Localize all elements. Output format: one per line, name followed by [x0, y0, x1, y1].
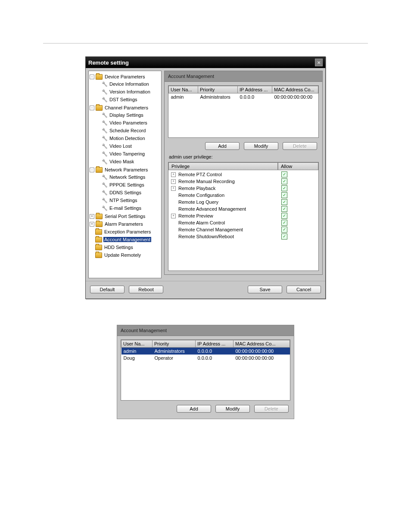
tree-node-folder[interactable]: -Network Parameters [89, 166, 161, 173]
add-button[interactable]: Add [177, 405, 211, 413]
privilege-row[interactable]: +Remote Alarm Control✓ [168, 219, 318, 226]
col-allow[interactable]: Allow [278, 162, 318, 170]
col-mac[interactable]: MAC Address Co... [234, 340, 290, 348]
tree-node-label: Version Information [109, 89, 151, 94]
expand-icon[interactable]: + [90, 222, 94, 227]
tree-node-label: Display Settings [109, 112, 144, 118]
privilege-row[interactable]: +Remote Shutdown/Reboot✓ [168, 233, 318, 240]
col-username[interactable]: User Na... [121, 340, 153, 348]
wrench-icon: 🔧 [102, 81, 107, 87]
table-row[interactable]: DougOperator0.0.0.000:00:00:00:00:00 [121, 355, 290, 361]
tree-node-leaf[interactable]: 🔧Motion Detection [89, 135, 161, 142]
allow-checkbox[interactable]: ✓ [281, 185, 287, 191]
allow-checkbox[interactable]: ✓ [281, 227, 287, 233]
user-table-2[interactable]: User Na... Priority IP Address ... MAC A… [121, 339, 290, 401]
tree-node-folder[interactable]: +Serial Port Settings [89, 213, 161, 220]
expand-icon[interactable]: + [90, 214, 94, 219]
tree-node-leaf[interactable]: 🔧Version Information [89, 88, 161, 95]
collapse-icon[interactable]: - [90, 168, 94, 172]
privilege-row[interactable]: +Remote Advanced Management✓ [168, 205, 318, 212]
expand-icon[interactable]: + [171, 186, 176, 191]
tree-node-leaf[interactable]: 🔧Video Parameters [89, 119, 161, 126]
col-username[interactable]: User Na... [169, 86, 198, 93]
privilege-label: Remote PTZ Control [177, 172, 280, 177]
nav-tree[interactable]: -Device Parameters🔧Device Information🔧Ve… [89, 73, 161, 259]
tree-node-label: Account Management [103, 237, 151, 242]
expand-icon[interactable]: + [171, 172, 176, 177]
tree-node-leaf[interactable]: 🔧Video Mask [89, 158, 161, 165]
allow-checkbox[interactable]: ✓ [281, 213, 287, 219]
tree-node-folder[interactable]: HDD Settings [89, 244, 161, 251]
tree-node-leaf[interactable]: 🔧Display Settings [89, 112, 161, 118]
allow-checkbox[interactable]: ✓ [281, 199, 287, 205]
allow-checkbox[interactable]: ✓ [281, 233, 287, 240]
content-panel: Account Management User Na... Priority I… [164, 71, 323, 275]
delete-button[interactable]: Delete [283, 142, 317, 150]
tree-node-folder[interactable]: -Device Parameters [89, 73, 161, 80]
tree-node-leaf[interactable]: 🔧PPPOE Settings [89, 181, 161, 188]
privilege-row[interactable]: +Remote Channel Management✓ [168, 226, 318, 233]
modify-button[interactable]: Modify [215, 405, 250, 413]
privilege-row[interactable]: +Remote Manual Recording✓ [168, 178, 318, 185]
col-ip[interactable]: IP Address ... [196, 340, 234, 348]
allow-checkbox[interactable]: ✓ [281, 171, 287, 177]
table-row[interactable]: adminAdministrators0.0.0.000:00:00:00:00… [121, 348, 290, 355]
collapse-icon[interactable]: - [90, 106, 94, 110]
save-button[interactable]: Save [248, 286, 282, 293]
col-priority[interactable]: Priority [198, 86, 238, 93]
privilege-row[interactable]: +Remote Configuration✓ [168, 192, 318, 199]
allow-checkbox[interactable]: ✓ [281, 206, 287, 212]
tree-node-folder[interactable]: +Alarm Parameters [89, 221, 161, 227]
reboot-button[interactable]: Reboot [129, 286, 163, 293]
privilege-label: Remote Playback [177, 186, 280, 191]
col-ip[interactable]: IP Address ... [238, 86, 272, 93]
col-mac[interactable]: MAC Address Co... [272, 86, 318, 93]
default-button[interactable]: Default [90, 286, 125, 293]
privilege-row[interactable]: +Remote Log Query✓ [168, 199, 318, 205]
close-button[interactable]: ✕ [315, 59, 323, 66]
tree-node-label: Video Tampering [109, 151, 146, 156]
tree-node-label: PPPOE Settings [109, 182, 145, 187]
allow-checkbox[interactable]: ✓ [281, 192, 287, 198]
tree-node-leaf[interactable]: 🔧E-mail Settings [89, 205, 161, 212]
table-row[interactable]: adminAdministrators0.0.0.000:00:00:00:00… [169, 93, 318, 101]
cancel-button[interactable]: Cancel [286, 286, 321, 293]
allow-checkbox[interactable]: ✓ [281, 220, 287, 226]
wrench-icon: 🔧 [102, 151, 107, 156]
col-privilege[interactable]: Privilege [168, 162, 278, 170]
tree-node-leaf[interactable]: 🔧Video Lost [89, 143, 161, 149]
folder-icon [95, 245, 102, 250]
tree-node-label: HDD Settings [103, 245, 134, 250]
folder-icon [96, 74, 103, 80]
tree-node-folder[interactable]: Exception Parameters [89, 228, 161, 235]
tree-node-leaf[interactable]: 🔧DDNS Settings [89, 189, 161, 196]
wrench-icon: 🔧 [102, 89, 107, 94]
user-table[interactable]: User Na... Priority IP Address ... MAC A… [168, 85, 319, 138]
folder-icon [95, 237, 102, 243]
wrench-icon: 🔧 [102, 128, 107, 133]
collapse-icon[interactable]: - [90, 75, 94, 79]
tree-node-leaf[interactable]: 🔧Schedule Record [89, 127, 161, 134]
expand-icon[interactable]: + [171, 214, 176, 218]
tree-node-leaf[interactable]: 🔧Device Information [89, 81, 161, 87]
tree-node-folder[interactable]: Update Remotely [89, 252, 161, 258]
expand-icon[interactable]: + [171, 179, 176, 184]
privilege-label: Remote Channel Management [177, 227, 280, 232]
tree-node-label: E-mail Settings [109, 205, 142, 211]
privilege-row[interactable]: +Remote PTZ Control✓ [168, 171, 318, 178]
modify-button[interactable]: Modify [244, 142, 278, 150]
delete-button[interactable]: Delete [254, 405, 289, 413]
tree-node-leaf[interactable]: 🔧Network Settings [89, 174, 161, 180]
privilege-row[interactable]: +Remote Playback✓ [168, 185, 318, 192]
allow-checkbox[interactable]: ✓ [281, 178, 287, 184]
account-management-panel-2: Account Management User Na... Priority I… [117, 325, 294, 419]
tree-node-leaf[interactable]: 🔧NTP Settings [89, 197, 161, 204]
add-button[interactable]: Add [205, 142, 240, 150]
col-priority[interactable]: Priority [153, 340, 196, 348]
tree-node-folder[interactable]: Account Management [89, 236, 161, 243]
tree-node-label: Channel Parameters [104, 105, 149, 110]
tree-node-leaf[interactable]: 🔧Video Tampering [89, 150, 161, 157]
privilege-row[interactable]: +Remote Preview✓ [168, 212, 318, 219]
tree-node-folder[interactable]: -Channel Parameters [89, 104, 161, 111]
tree-node-leaf[interactable]: 🔧DST Settings [89, 96, 161, 103]
